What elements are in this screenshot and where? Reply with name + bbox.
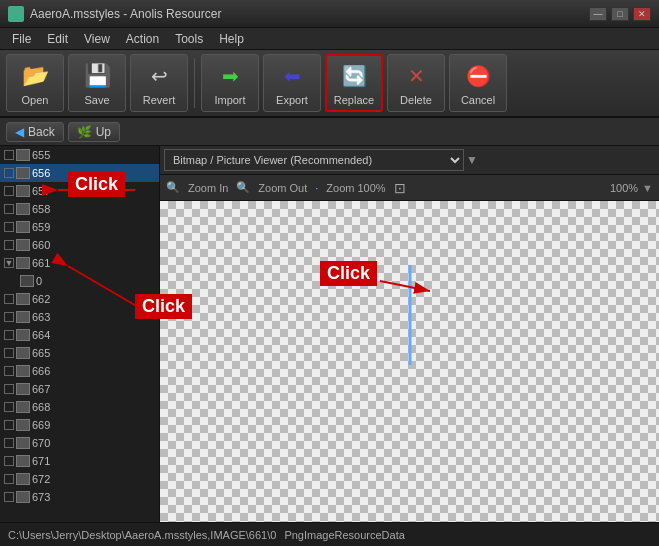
delete-button[interactable]: ✕ Delete [387,54,445,112]
revert-label: Revert [143,94,175,106]
tree-item-icon [20,275,34,287]
tree-item-666[interactable]: 666 [0,362,159,380]
tree-expand-icon [4,384,14,394]
cancel-icon: ⛔ [462,60,494,92]
tree-expand-icon [4,168,14,178]
tree-item-label: 666 [32,365,50,377]
open-icon: 📂 [19,60,51,92]
tree-expand-icon [4,438,14,448]
tree-item-label: 655 [32,149,50,161]
tree-item-label: 672 [32,473,50,485]
tree-item-664[interactable]: 664 [0,326,159,344]
back-label: Back [28,125,55,139]
tree-item-icon [16,473,30,485]
tree-item-label: 671 [32,455,50,467]
tree-item-660[interactable]: 660 [0,236,159,254]
menu-file[interactable]: File [4,30,39,48]
left-panel[interactable]: 655656657658659660▼661066266366466566666… [0,146,160,522]
tree-item-icon [16,221,30,233]
open-label: Open [22,94,49,106]
maximize-button[interactable]: □ [611,7,629,21]
back-icon: ◀ [15,125,24,139]
tree-item-670[interactable]: 670 [0,434,159,452]
menu-help[interactable]: Help [211,30,252,48]
tree-item-icon [16,293,30,305]
tree-item-icon [16,491,30,503]
zoom-out-button[interactable]: Zoom Out [252,181,313,195]
tree-expand-icon [4,222,14,232]
tree-item-665[interactable]: 665 [0,344,159,362]
tree-item-icon [16,401,30,413]
cancel-button[interactable]: ⛔ Cancel [449,54,507,112]
revert-button[interactable]: ↩ Revert [130,54,188,112]
tree-item-icon [16,311,30,323]
up-button[interactable]: 🌿 Up [68,122,120,142]
import-button[interactable]: ➡ Import [201,54,259,112]
tree-item-658[interactable]: 658 [0,200,159,218]
tree-item-label: 0 [36,275,42,287]
tree-item-icon [16,185,30,197]
tree-item-label: 659 [32,221,50,233]
menu-bar: File Edit View Action Tools Help [0,28,659,50]
tree-item-icon [16,365,30,377]
minimize-button[interactable]: — [589,7,607,21]
tree-expand-icon [4,366,14,376]
tree-item-label: 667 [32,383,50,395]
tree-item-label: 656 [32,167,50,179]
tree-item-668[interactable]: 668 [0,398,159,416]
tree-item-0[interactable]: 0 [0,272,159,290]
tree-item-671[interactable]: 671 [0,452,159,470]
tree-expand-icon [4,186,14,196]
tree-item-667[interactable]: 667 [0,380,159,398]
tree-item-label: 657 [32,185,50,197]
zoom-in-button[interactable]: Zoom In [182,181,234,195]
tree-item-655[interactable]: 655 [0,146,159,164]
import-label: Import [214,94,245,106]
close-button[interactable]: ✕ [633,7,651,21]
menu-action[interactable]: Action [118,30,167,48]
tree-expand-icon [4,456,14,466]
zoom-scroll-icon: ▼ [642,182,653,194]
zoom-percent: 100% [610,182,638,194]
canvas-area: Click [160,201,659,522]
tree-expand-icon [4,240,14,250]
export-icon: ⬅ [276,60,308,92]
up-icon: 🌿 [77,125,92,139]
open-button[interactable]: 📂 Open [6,54,64,112]
save-button[interactable]: 💾 Save [68,54,126,112]
zoom-100-button[interactable]: Zoom 100% [320,181,391,195]
menu-edit[interactable]: Edit [39,30,76,48]
title-bar-left: AaeroA.msstyles - Anolis Resourcer [8,6,221,22]
tree-expand-icon [4,204,14,214]
tree-item-label: 664 [32,329,50,341]
delete-icon: ✕ [400,60,432,92]
top-click-label: Click [70,173,123,195]
tree-item-label: 670 [32,437,50,449]
nav-bar: ◀ Back 🌿 Up [0,118,659,146]
revert-icon: ↩ [143,60,175,92]
tree-item-icon [16,419,30,431]
tree-item-icon [16,329,30,341]
tree-item-669[interactable]: 669 [0,416,159,434]
right-panel: Bitmap / Picture Viewer (Recommended) ▼ … [160,146,659,522]
menu-view[interactable]: View [76,30,118,48]
bottom-click-label: Click [137,295,190,317]
tree-item-659[interactable]: 659 [0,218,159,236]
canvas-click-annotation: Click [320,261,377,286]
tree-item-label: 661 [32,257,50,269]
tree-item-672[interactable]: 672 [0,470,159,488]
tree-expand-icon: ▼ [4,258,14,268]
status-path: C:\Users\Jerry\Desktop\AaeroA.msstyles,I… [8,529,276,541]
back-button[interactable]: ◀ Back [6,122,64,142]
top-click-annotation: Click [68,172,125,197]
bottom-click-annotation: Click [135,294,192,319]
export-button[interactable]: ⬅ Export [263,54,321,112]
replace-button[interactable]: 🔄 Replace [325,54,383,112]
menu-tools[interactable]: Tools [167,30,211,48]
tree-item-icon [16,347,30,359]
tree-item-label: 665 [32,347,50,359]
tree-item-661[interactable]: ▼661 [0,254,159,272]
title-bar: AaeroA.msstyles - Anolis Resourcer — □ ✕ [0,0,659,28]
viewer-type-dropdown[interactable]: Bitmap / Picture Viewer (Recommended) [164,149,464,171]
tree-item-673[interactable]: 673 [0,488,159,506]
